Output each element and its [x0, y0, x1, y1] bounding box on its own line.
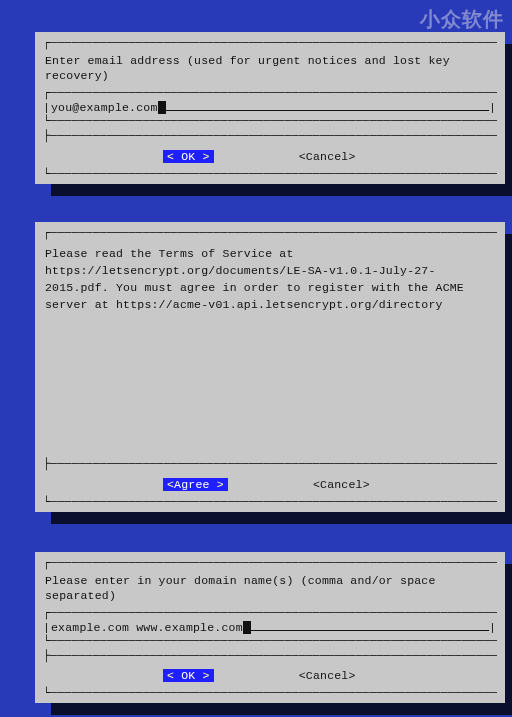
agree-button[interactable]: <Agree > [163, 478, 228, 493]
dialog-email: ┌───────────────────────────────────────… [35, 32, 505, 184]
prompt-text: Enter email address (used for urgent not… [43, 51, 497, 86]
border-bottom: └───────────────────────────────────────… [43, 495, 497, 510]
cursor-icon [243, 621, 251, 634]
pipe-left: | [43, 621, 51, 634]
button-row: < OK > <Cancel> [43, 663, 497, 686]
dialog-terms: ┌───────────────────────────────────────… [35, 222, 505, 512]
spacer [43, 316, 497, 457]
cancel-button[interactable]: <Cancel> [313, 478, 370, 493]
border-top: ┌───────────────────────────────────────… [43, 226, 497, 241]
input-border-top: ┌───────────────────────────────────────… [43, 606, 497, 621]
terms-text: Please read the Terms of Service at http… [43, 241, 497, 316]
cancel-button[interactable]: <Cancel> [299, 150, 356, 165]
border-mid: ├───────────────────────────────────────… [43, 457, 497, 472]
input-underline [166, 110, 489, 111]
ok-button[interactable]: < OK > [163, 669, 214, 684]
email-input[interactable]: | you@example.com | [43, 101, 497, 114]
input-underline [251, 630, 489, 631]
border-mid: ├───────────────────────────────────────… [43, 649, 497, 664]
cancel-button[interactable]: <Cancel> [299, 669, 356, 684]
border-mid: ├───────────────────────────────────────… [43, 129, 497, 144]
button-row: < OK > <Cancel> [43, 144, 497, 167]
cursor-icon [158, 101, 166, 114]
dialog-domains: ┌───────────────────────────────────────… [35, 552, 505, 704]
pipe-right: | [489, 101, 497, 114]
input-value: you@example.com [51, 101, 158, 114]
input-border-top: ┌───────────────────────────────────────… [43, 86, 497, 101]
dialog-box: ┌───────────────────────────────────────… [35, 222, 505, 512]
dialog-box: ┌───────────────────────────────────────… [35, 32, 505, 184]
watermark-text: 小众软件 [420, 6, 504, 33]
input-border-bottom: └───────────────────────────────────────… [43, 634, 497, 649]
prompt-text: Please enter in your domain name(s) (com… [43, 571, 497, 606]
input-border-bottom: └───────────────────────────────────────… [43, 114, 497, 129]
domain-input[interactable]: | example.com www.example.com | [43, 621, 497, 634]
ok-button[interactable]: < OK > [163, 150, 214, 165]
border-top: ┌───────────────────────────────────────… [43, 36, 497, 51]
pipe-right: | [489, 621, 497, 634]
button-row: <Agree > <Cancel> [43, 472, 497, 495]
border-top: ┌───────────────────────────────────────… [43, 556, 497, 571]
border-bottom: └───────────────────────────────────────… [43, 167, 497, 182]
input-value: example.com www.example.com [51, 621, 243, 634]
pipe-left: | [43, 101, 51, 114]
dialog-box: ┌───────────────────────────────────────… [35, 552, 505, 704]
border-bottom: └───────────────────────────────────────… [43, 686, 497, 701]
